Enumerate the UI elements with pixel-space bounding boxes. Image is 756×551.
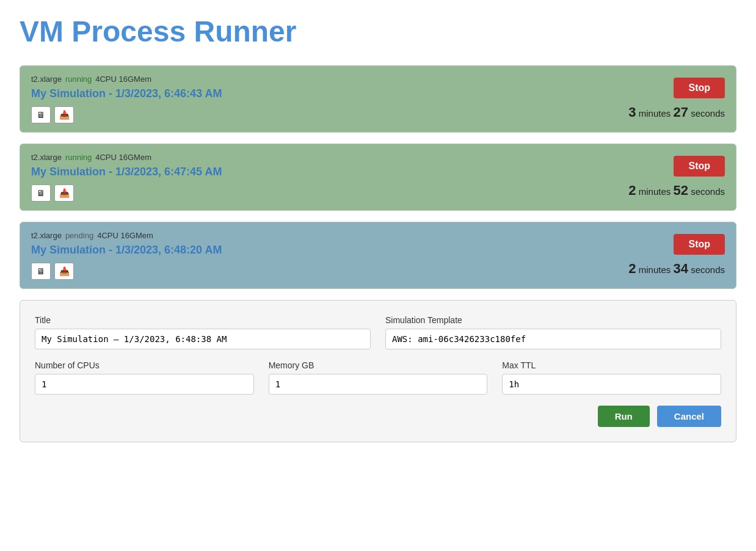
vm-actions-vm2: 🖥 📥 — [31, 184, 222, 202]
title-label: Title — [35, 315, 371, 325]
terminal-button-vm3[interactable]: 🖥 — [31, 263, 51, 280]
new-vm-form: Title Simulation Template Number of CPUs… — [20, 300, 736, 442]
vm-actions-vm3: 🖥 📥 — [31, 263, 222, 280]
vm-card-left-vm2: t2.xlarge running 4CPU 16GMem My Simulat… — [31, 153, 222, 202]
memory-input[interactable] — [269, 374, 488, 395]
template-field-group: Simulation Template — [385, 315, 721, 349]
download-icon-vm1: 📥 — [59, 110, 70, 120]
timer-seconds-label-vm2: seconds — [691, 186, 725, 197]
vm-card-left-vm3: t2.xlarge pending 4CPU 16GMem My Simulat… — [31, 231, 222, 280]
timer-minutes-label-vm2: minutes — [639, 186, 674, 197]
download-icon-vm2: 📥 — [59, 188, 70, 198]
cpus-field-group: Number of CPUs — [35, 360, 254, 395]
vm-title-vm3: My Simulation - 1/3/2023, 6:48:20 AM — [31, 244, 222, 257]
template-input[interactable] — [385, 329, 721, 349]
timer-minutes-vm1: 3 — [628, 104, 636, 120]
ttl-input[interactable] — [502, 374, 721, 395]
vm-card-right-vm3: Stop 2 minutes 34 seconds — [628, 234, 725, 277]
vm-card-vm3: t2.xlarge pending 4CPU 16GMem My Simulat… — [20, 222, 736, 289]
cancel-button[interactable]: Cancel — [657, 406, 721, 427]
vm-card-left-vm1: t2.xlarge running 4CPU 16GMem My Simulat… — [31, 75, 222, 123]
memory-field-group: Memory GB — [269, 360, 488, 395]
cpu-mem-vm1: 4CPU 16GMem — [95, 75, 151, 84]
vm-status-vm1: running — [65, 75, 92, 84]
timer-seconds-vm2: 52 — [673, 183, 688, 198]
vm-title-vm2: My Simulation - 1/3/2023, 6:47:45 AM — [31, 166, 222, 178]
timer-seconds-vm3: 34 — [673, 261, 688, 276]
download-icon-vm3: 📥 — [59, 266, 70, 276]
cpu-mem-vm2: 4CPU 16GMem — [95, 153, 151, 162]
cpus-label: Number of CPUs — [35, 360, 254, 370]
timer-seconds-label-vm3: seconds — [691, 265, 725, 275]
title-input[interactable] — [35, 329, 371, 349]
page-title: VM Process Runner — [20, 15, 736, 48]
stop-button-vm3[interactable]: Stop — [674, 234, 725, 255]
terminal-button-vm1[interactable]: 🖥 — [31, 106, 51, 123]
timer-vm2: 2 minutes 52 seconds — [628, 183, 725, 199]
vm-meta-vm1: t2.xlarge running 4CPU 16GMem — [31, 75, 222, 84]
timer-minutes-label-vm1: minutes — [639, 108, 674, 119]
timer-minutes-vm2: 2 — [628, 183, 636, 198]
memory-label: Memory GB — [269, 360, 488, 370]
stop-button-vm1[interactable]: Stop — [674, 78, 725, 98]
terminal-icon-vm2: 🖥 — [37, 188, 45, 198]
ttl-field-group: Max TTL — [502, 360, 721, 395]
vm-status-vm3: pending — [65, 231, 93, 240]
instance-type-vm3: t2.xlarge — [31, 231, 62, 240]
terminal-icon-vm1: 🖥 — [37, 110, 45, 120]
timer-minutes-label-vm3: minutes — [639, 265, 674, 275]
stop-button-vm2[interactable]: Stop — [674, 156, 725, 177]
instance-type-vm2: t2.xlarge — [31, 153, 62, 162]
template-label: Simulation Template — [385, 315, 721, 325]
vm-title-vm1: My Simulation - 1/3/2023, 6:46:43 AM — [31, 87, 222, 100]
timer-vm3: 2 minutes 34 seconds — [628, 261, 725, 277]
cpu-mem-vm3: 4CPU 16GMem — [97, 231, 153, 240]
vm-meta-vm3: t2.xlarge pending 4CPU 16GMem — [31, 231, 222, 240]
timer-vm1: 3 minutes 27 seconds — [628, 104, 725, 120]
title-field-group: Title — [35, 315, 371, 349]
download-button-vm1[interactable]: 📥 — [54, 106, 74, 123]
terminal-icon-vm3: 🖥 — [37, 266, 45, 276]
download-button-vm3[interactable]: 📥 — [54, 263, 74, 280]
vm-card-vm1: t2.xlarge running 4CPU 16GMem My Simulat… — [20, 65, 736, 133]
timer-minutes-vm3: 2 — [628, 261, 636, 276]
timer-seconds-label-vm1: seconds — [691, 108, 725, 119]
vm-actions-vm1: 🖥 📥 — [31, 106, 222, 123]
download-button-vm2[interactable]: 📥 — [54, 184, 74, 202]
vm-card-right-vm2: Stop 2 minutes 52 seconds — [628, 156, 725, 199]
vm-card-vm2: t2.xlarge running 4CPU 16GMem My Simulat… — [20, 144, 736, 211]
vm-status-vm2: running — [65, 153, 92, 162]
instance-type-vm1: t2.xlarge — [31, 75, 62, 84]
vm-meta-vm2: t2.xlarge running 4CPU 16GMem — [31, 153, 222, 162]
run-button[interactable]: Run — [598, 406, 650, 427]
cpus-input[interactable] — [35, 374, 254, 395]
vm-card-right-vm1: Stop 3 minutes 27 seconds — [628, 78, 725, 120]
terminal-button-vm2[interactable]: 🖥 — [31, 184, 51, 202]
ttl-label: Max TTL — [502, 360, 721, 370]
timer-seconds-vm1: 27 — [673, 104, 688, 120]
